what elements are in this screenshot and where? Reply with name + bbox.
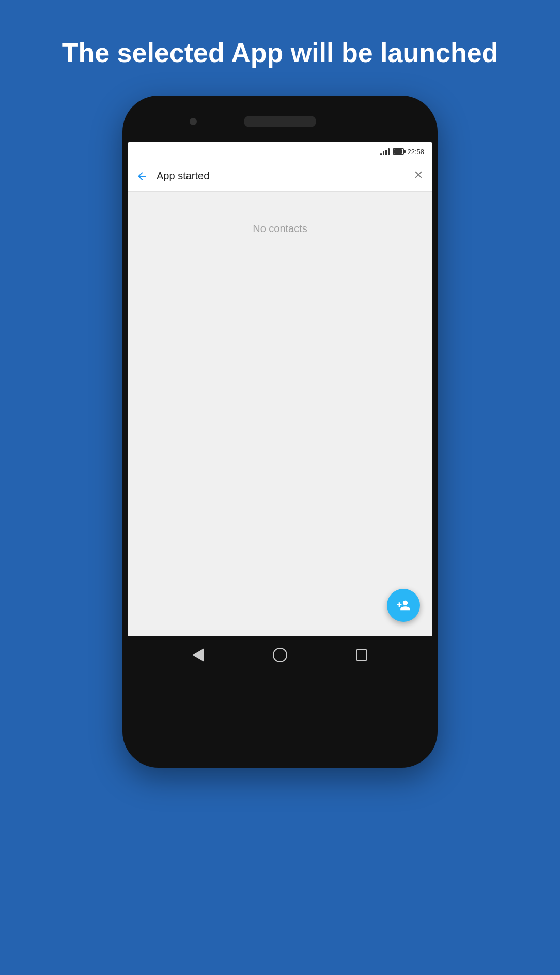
- app-toolbar: App started: [128, 161, 432, 192]
- phone-camera: [190, 118, 197, 125]
- status-bar: 22:58: [128, 142, 432, 161]
- page-headline: The selected App will be launched: [21, 0, 540, 96]
- back-button[interactable]: [136, 170, 148, 182]
- close-button[interactable]: [413, 169, 424, 183]
- signal-bar-1: [380, 153, 382, 155]
- content-area: No contacts: [128, 192, 432, 636]
- nav-recents-icon: [356, 649, 367, 661]
- phone-device: 22:58 App started No contacts: [122, 96, 438, 768]
- signal-bar-3: [385, 150, 387, 155]
- signal-bar-2: [383, 151, 384, 155]
- toolbar-title: App started: [157, 170, 405, 182]
- nav-home-icon: [273, 648, 287, 662]
- nav-back-icon: [193, 648, 204, 662]
- nav-recents-button[interactable]: [356, 649, 367, 661]
- signal-bar-4: [388, 148, 390, 155]
- battery-icon: [393, 148, 404, 155]
- battery-fill: [394, 149, 401, 154]
- add-contact-fab[interactable]: [387, 589, 420, 622]
- nav-back-button[interactable]: [193, 648, 204, 662]
- phone-speaker: [244, 116, 316, 127]
- add-contact-icon: [396, 598, 411, 613]
- empty-state-text: No contacts: [253, 223, 307, 235]
- nav-bar: [128, 636, 432, 674]
- phone-notch: [128, 101, 432, 142]
- phone-screen: 22:58 App started No contacts: [128, 142, 432, 636]
- nav-home-button[interactable]: [273, 648, 287, 662]
- signal-icon: [380, 148, 390, 155]
- status-icons: 22:58: [380, 148, 424, 156]
- status-time: 22:58: [407, 148, 424, 156]
